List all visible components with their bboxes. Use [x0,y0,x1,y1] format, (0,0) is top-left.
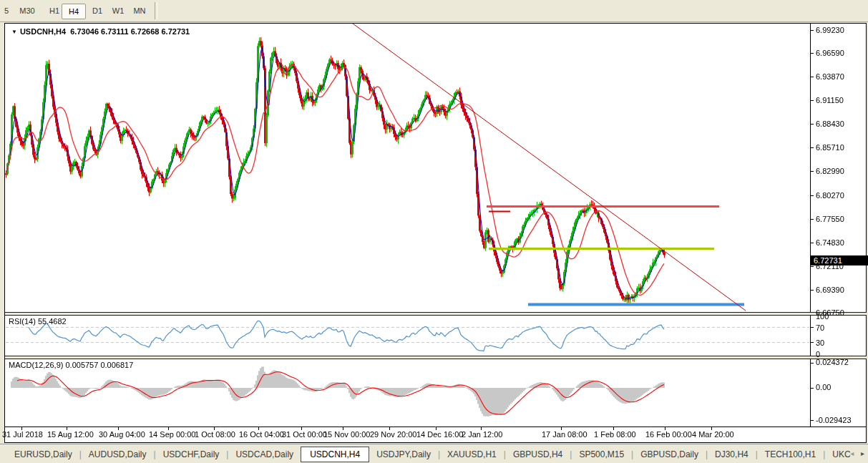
symbol-tab-gbpusd-daily[interactable]: GBPUSD,Daily [633,447,706,462]
symbol-tab-tech100-h1[interactable]: TECH100,H1 [758,447,823,462]
symbol-tab-dj30-h4[interactable]: DJ30,H4 [708,447,756,462]
price-axis-label: 6.96590 [816,49,844,57]
price-axis-label: 6.91150 [816,96,844,104]
macd-axis-label: 0.00 [816,383,831,391]
price-axis-label: 6.69390 [816,286,844,294]
date-axis-label: 4 Mar 20:00 [692,430,734,439]
tab-scroll-left-icon[interactable]: ◂ [850,449,854,457]
rsi-indicator-label: RSI(14) 55.4682 [9,317,67,326]
current-price-badge: 6.72731 [811,255,868,265]
chart-canvas[interactable] [0,0,868,463]
symbol-tab-usdchf-daily[interactable]: USDCHF,Daily [156,447,227,462]
date-axis-label: 31 Jul 2018 [2,430,43,439]
price-axis-label: 6.85710 [816,143,844,152]
date-axis-label: 2 Jan 12:00 [462,430,503,439]
date-axis-label: 1 Feb 08:00 [594,430,636,439]
price-axis-label: 6.99230 [816,26,844,34]
macd-axis-label: -0.029423 [816,416,852,424]
date-axis-label: 17 Jan 08:00 [542,430,587,439]
symbol-tab-usdjpy-daily[interactable]: USDJPY,Daily [369,447,438,462]
price-axis-label: 6.82990 [816,167,844,175]
symbol-tab-audusd-daily[interactable]: AUDUSD,Daily [82,447,154,462]
date-axis-label: 16 Oct 04:00 [239,430,284,439]
date-axis-label: 30 Aug 04:00 [99,430,145,439]
price-axis-label: 6.80270 [816,191,844,200]
date-axis-label: 16 Feb 00:00 [645,430,692,439]
symbol-tab-usdcad-daily[interactable]: USDCAD,Daily [228,447,301,462]
date-axis-label: 14 Sep 00:00 [149,430,195,439]
rsi-panel-splitter[interactable] [5,312,867,316]
date-axis-label: 31 Oct 00:00 [282,430,327,439]
symbol-tab-eurusd-daily[interactable]: EURUSD,Daily [7,447,79,462]
symbol-tab-usdcnh-h4[interactable]: USDCNH,H4 [301,447,369,462]
date-axis-label: 29 Nov 20:00 [370,430,416,439]
mt4-platform: { "toolbar":{ "timeframes":[ {"label":"5… [0,0,868,463]
chart-ohlc-values: 6.73046 6.73111 6.72668 6.72731 [70,27,190,36]
chart-symbol-label: USDCNH,H4 [20,27,66,36]
chart-dropdown-icon[interactable]: ▼ [11,29,17,35]
macd-axis-label: 0.024372 [816,358,849,366]
macd-panel-splitter[interactable] [5,356,867,359]
date-axis-label: 1 Oct 08:00 [195,430,235,439]
tab-scroll-right-icon[interactable]: ▸ [861,449,864,457]
date-axis-label: 15 Nov 00:00 [323,430,370,439]
date-axis-label: 15 Aug 12:00 [47,430,94,439]
date-axis-label: 14 Dec 16:00 [416,430,463,439]
symbol-tab-gbpusd-h4[interactable]: GBPUSD,H4 [506,447,570,462]
symbol-tab-bar: EURUSD,Daily|AUDUSD,Daily|USDCHF,Daily|U… [0,444,868,463]
price-axis-label: 6.74830 [816,238,844,247]
rsi-axis-label: 30 [816,338,824,347]
price-axis-label: 6.93870 [816,72,844,81]
price-axis-label: 6.88430 [816,120,844,128]
price-axis-label: 6.77550 [816,215,844,223]
chart-title: ▼USDCNH,H4 6.73046 6.73111 6.72668 6.727… [11,27,190,36]
symbol-tab-sp500-m15[interactable]: SP500,M15 [572,447,631,462]
symbol-tab-xauusd-h1[interactable]: XAUUSD,H1 [440,447,504,462]
macd-indicator-label: MACD(12,26,9) 0.005757 0.006817 [9,361,133,369]
rsi-axis-label: 100 [816,312,829,321]
rsi-axis-label: 70 [816,323,824,332]
